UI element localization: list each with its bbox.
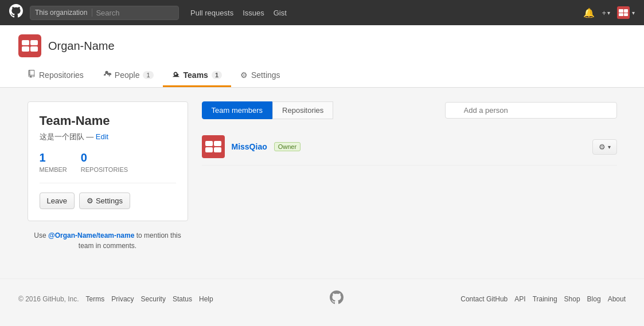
repositories-icon: [28, 70, 36, 80]
team-name: Team-Name: [40, 113, 176, 128]
team-tabs-row: Team members Repositories: [202, 101, 617, 119]
member-count: 1: [40, 151, 67, 164]
team-card: Team-Name 这是一个团队 — Edit 1 MEMBER 0 REPOS…: [28, 101, 188, 221]
navbar: This organization Pull requests Issues G…: [0, 0, 644, 25]
leave-button[interactable]: Leave: [40, 193, 75, 209]
org-name: Organ-Name: [48, 40, 115, 53]
table-row: MissQiao Owner ⚙ ▾: [202, 128, 617, 166]
team-description: 这是一个团队 — Edit: [40, 132, 176, 142]
footer-shop[interactable]: Shop: [564, 295, 580, 303]
create-new-button[interactable]: + ▾: [602, 9, 610, 17]
user-avatar-button[interactable]: ▾: [617, 6, 635, 19]
search-bar: This organization: [30, 6, 179, 20]
member-label: MEMBER: [40, 166, 67, 173]
member-actions: ⚙ ▾: [592, 139, 617, 155]
footer-terms[interactable]: Terms: [86, 295, 105, 303]
main-content: Team-Name 这是一个团队 — Edit 1 MEMBER 0 REPOS…: [18, 101, 626, 251]
footer: © 2016 GitHub, Inc. Terms Privacy Securi…: [0, 278, 644, 319]
nav-pull-requests[interactable]: Pull requests: [190, 9, 233, 17]
people-icon: [102, 70, 111, 80]
tab-people[interactable]: People 1: [93, 64, 163, 87]
footer-help[interactable]: Help: [199, 295, 213, 303]
navbar-links: Pull requests Issues Gist: [190, 9, 287, 17]
navbar-right: 🔔 + ▾ ▾: [583, 6, 635, 19]
footer-center: [330, 290, 344, 308]
team-actions: Leave ⚙ Settings: [40, 193, 176, 209]
team-main: Team members Repositories: [202, 101, 617, 251]
add-person-wrap: [445, 102, 617, 119]
tab-people-label: People: [115, 70, 140, 80]
avatar-grid: [619, 9, 628, 16]
team-desc-text: 这是一个团队: [40, 132, 84, 141]
footer-contact-github[interactable]: Contact GitHub: [460, 295, 508, 303]
tab-teams[interactable]: Teams 1: [163, 64, 231, 87]
org-header: Organ-Name Repositories People 1 Teams 1…: [0, 25, 644, 88]
footer-status[interactable]: Status: [173, 295, 192, 303]
repo-count: 0: [81, 151, 128, 164]
settings-icon: ⚙: [240, 70, 248, 80]
member-list: MissQiao Owner ⚙ ▾: [202, 128, 617, 166]
footer-security[interactable]: Security: [141, 295, 166, 303]
settings-label: Settings: [96, 197, 123, 205]
footer-blog[interactable]: Blog: [587, 295, 601, 303]
footer-training[interactable]: Training: [533, 295, 557, 303]
add-person-input[interactable]: [445, 102, 617, 119]
tab-teams-count: 1: [212, 71, 222, 79]
team-members-tab[interactable]: Team members: [202, 101, 273, 119]
avatar: [617, 6, 630, 19]
mention-link[interactable]: @Organ-Name/team-name: [48, 231, 134, 239]
gear-icon: ⚙: [599, 143, 606, 151]
team-mention: Use @Organ-Name/team-name to mention thi…: [28, 230, 188, 251]
tab-repositories-label: Repositories: [39, 70, 84, 80]
member-username[interactable]: MissQiao: [232, 142, 267, 151]
search-input[interactable]: [96, 9, 165, 17]
org-title-row: Organ-Name: [18, 34, 626, 57]
mention-prefix: Use: [34, 231, 46, 239]
tab-repositories[interactable]: Repositories: [18, 64, 93, 87]
plus-chevron-icon: ▾: [607, 10, 610, 16]
footer-left: © 2016 GitHub, Inc. Terms Privacy Securi…: [18, 295, 213, 303]
teams-icon: [172, 70, 180, 80]
org-avatar: [18, 34, 41, 57]
team-desc-sep: —: [86, 132, 96, 141]
footer-copyright: © 2016 GitHub, Inc.: [18, 295, 79, 303]
tab-settings-label: Settings: [251, 70, 280, 80]
footer-about[interactable]: About: [608, 295, 626, 303]
settings-button[interactable]: ⚙ Settings: [79, 193, 130, 209]
tab-people-count: 1: [143, 71, 153, 79]
member-avatar: [202, 135, 225, 158]
nav-gist[interactable]: Gist: [274, 9, 287, 17]
sidebar: Team-Name 这是一个团队 — Edit 1 MEMBER 0 REPOS…: [28, 101, 188, 251]
tab-teams-label: Teams: [184, 70, 208, 80]
footer-privacy[interactable]: Privacy: [111, 295, 134, 303]
member-gear-button[interactable]: ⚙ ▾: [592, 139, 617, 155]
gear-chevron-icon: ▾: [608, 144, 611, 150]
gear-icon: ⚙: [87, 197, 93, 205]
repo-label: REPOSITORIES: [81, 166, 128, 173]
member-role-badge: Owner: [274, 142, 300, 151]
org-tabs: Repositories People 1 Teams 1 ⚙ Settings: [18, 64, 626, 87]
repo-stat: 0 REPOSITORIES: [81, 151, 128, 174]
nav-issues[interactable]: Issues: [243, 9, 264, 17]
github-logo-icon[interactable]: [9, 4, 23, 21]
avatar-chevron-icon: ▾: [632, 10, 635, 16]
notification-icon[interactable]: 🔔: [583, 7, 595, 18]
search-context-label: This organization: [35, 9, 92, 17]
footer-github-logo-icon: [330, 290, 344, 308]
add-person-container: [445, 102, 617, 119]
member-stat: 1 MEMBER: [40, 151, 67, 174]
team-edit-link[interactable]: Edit: [96, 132, 108, 141]
team-repositories-tab[interactable]: Repositories: [272, 101, 333, 119]
team-stats: 1 MEMBER 0 REPOSITORIES: [40, 151, 176, 183]
footer-right: Contact GitHub API Training Shop Blog Ab…: [460, 295, 626, 303]
footer-api[interactable]: API: [514, 295, 525, 303]
tab-settings[interactable]: ⚙ Settings: [231, 64, 290, 87]
